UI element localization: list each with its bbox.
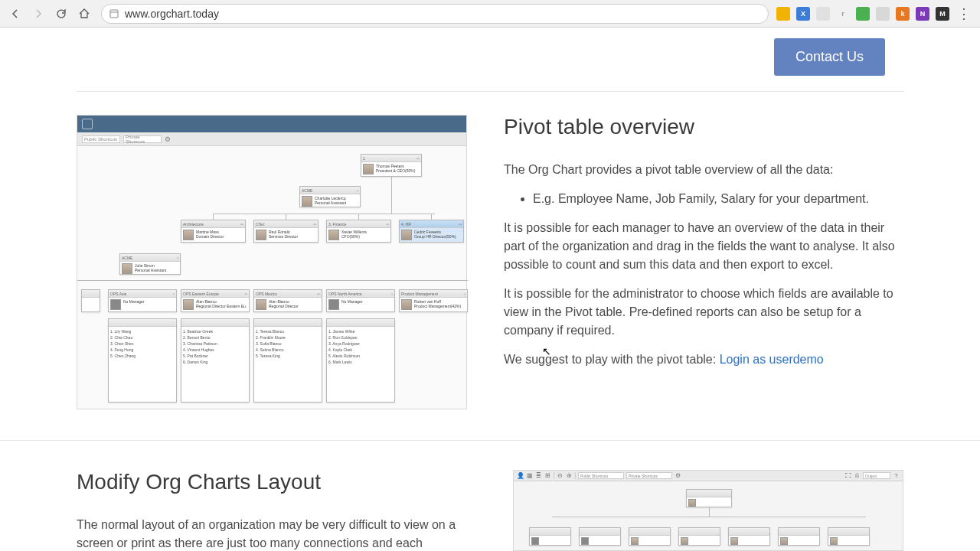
org-node: OPS Eastern Europe▫▫Alan BiancoRegional … bbox=[181, 289, 250, 312]
print-icon: ⎙ bbox=[854, 472, 861, 479]
extension-icon[interactable]: M bbox=[936, 7, 949, 21]
public-shortcuts-dropdown: Public Shortcuts bbox=[82, 135, 120, 143]
group-icon: ▦ bbox=[526, 472, 533, 479]
fullscreen-icon: ⛶ bbox=[844, 472, 851, 479]
org-node: Architecture▫▫Martine MassDomain Directo… bbox=[181, 220, 246, 243]
orgchart-screenshot-2: 👤 ▦ ≣ ⊞ ⊖ ⊕ Public Shortcuts Private Sho… bbox=[513, 470, 903, 551]
org-node bbox=[81, 289, 100, 312]
grid-icon: ⊞ bbox=[544, 472, 551, 479]
extension-icon[interactable]: k bbox=[896, 7, 910, 21]
site-info-icon bbox=[109, 9, 119, 18]
body-text: It is possible for each manager to have … bbox=[504, 219, 903, 274]
svg-rect-0 bbox=[110, 10, 118, 18]
org-node bbox=[778, 527, 820, 546]
orgchart-screenshot: Public Shortcuts Private Shortcuts ⚙ 1▫▫… bbox=[77, 115, 467, 409]
forward-button[interactable] bbox=[29, 5, 47, 23]
org-node: 1▫▫ Thomas PeetersPresident & CEO(50%) bbox=[361, 154, 422, 177]
org-node bbox=[529, 527, 571, 546]
feature-list: E.g. Employee Name, Job Family, Salary f… bbox=[504, 190, 903, 208]
page-header: Contact Us bbox=[77, 28, 903, 92]
body-text: We suggest to play with the pivot table:… bbox=[504, 350, 903, 369]
login-demo-link[interactable]: Login as userdemo bbox=[720, 353, 824, 366]
org-node bbox=[678, 527, 720, 546]
section-pivot-table: Public Shortcuts Private Shortcuts ⚙ 1▫▫… bbox=[0, 115, 980, 441]
body-text: The normal layout of an organization may… bbox=[77, 516, 476, 551]
extension-icon[interactable] bbox=[856, 7, 870, 21]
extension-icon[interactable] bbox=[876, 7, 890, 21]
org-node: OPS Mexico▫▫Alan BiancoRegional Director bbox=[253, 289, 322, 312]
reload-button[interactable] bbox=[52, 5, 70, 23]
url-text: www.orgchart.today bbox=[125, 8, 219, 20]
list-item: E.g. Employee Name, Job Family, Salary f… bbox=[533, 190, 903, 208]
body-text: The Org Chart provides a pivot table ove… bbox=[504, 161, 903, 179]
back-button[interactable] bbox=[6, 5, 24, 23]
org-node bbox=[828, 527, 870, 546]
private-shortcuts-dropdown: Private Shortcuts bbox=[123, 135, 162, 143]
gear-icon: ⚙ bbox=[165, 135, 172, 143]
section-modify-layout: Modify Org Charts Layout The normal layo… bbox=[0, 470, 980, 551]
org-node: ACME▫Julia SimonPersonal Assistant bbox=[119, 253, 181, 275]
list-icon: ≣ bbox=[535, 472, 542, 479]
page-content: Contact Us Public Shortcuts Private Shor… bbox=[0, 28, 980, 551]
org-node: ACME▫ Charlotte LeclercqPersonal Assista… bbox=[299, 186, 361, 207]
extension-icon[interactable] bbox=[776, 7, 790, 21]
org-node bbox=[629, 527, 671, 546]
section-title: Modify Org Charts Layout bbox=[77, 470, 476, 494]
person-icon: 👤 bbox=[517, 472, 524, 479]
zoom-in-icon: ⊕ bbox=[566, 472, 573, 479]
body-text: It is possible for the administrator to … bbox=[504, 285, 903, 340]
org-node: OPS Asia▫No Manager bbox=[108, 289, 177, 312]
org-sublist: 1. Teresa Blanco2. Franklin Moore3. Sofi… bbox=[253, 318, 322, 403]
contact-us-button[interactable]: Contact Us bbox=[774, 38, 885, 76]
app-icon bbox=[82, 119, 93, 129]
extension-icon[interactable]: X bbox=[796, 7, 810, 21]
browser-menu-button[interactable]: ⋮ bbox=[954, 5, 974, 22]
extension-icons: X r k N M bbox=[776, 7, 949, 21]
extension-icon[interactable] bbox=[816, 7, 830, 21]
org-node: OPS North America▫No Manager bbox=[326, 289, 395, 312]
extension-icon[interactable]: r bbox=[836, 7, 850, 21]
home-button[interactable] bbox=[75, 5, 93, 23]
zoom-out-icon: ⊖ bbox=[557, 472, 564, 479]
org-sublist: 1. Beatrice Greek2. Benoni Bento3. Chari… bbox=[181, 318, 250, 403]
org-sublist: 1. Lily Wang2. Chia Chao3. Chen Shen4. F… bbox=[108, 318, 177, 403]
browser-toolbar: www.orgchart.today X r k N M ⋮ bbox=[0, 0, 980, 28]
gear-icon: ⚙ bbox=[675, 472, 681, 479]
url-bar[interactable]: www.orgchart.today bbox=[101, 4, 769, 24]
org-node: 3. Finance▫▫Xavier WillemsCFO(50%) bbox=[326, 220, 391, 243]
org-node bbox=[579, 527, 621, 546]
section-title: Pivot table overview bbox=[504, 115, 903, 139]
org-node bbox=[686, 489, 732, 507]
help-icon: ? bbox=[893, 472, 900, 479]
org-node: Product Management▫Robert van HoffProduc… bbox=[399, 289, 468, 312]
org-node bbox=[728, 527, 770, 546]
org-node: CTec▫▫Raul RonaldServices Director bbox=[253, 220, 318, 243]
extension-icon[interactable]: N bbox=[916, 7, 929, 21]
org-node: 4. HR▫▫Cedric FeveensGroup HR Director(5… bbox=[399, 220, 464, 243]
org-sublist: 1. James White2. Ron Goldspan3. Anya Rod… bbox=[326, 318, 395, 403]
